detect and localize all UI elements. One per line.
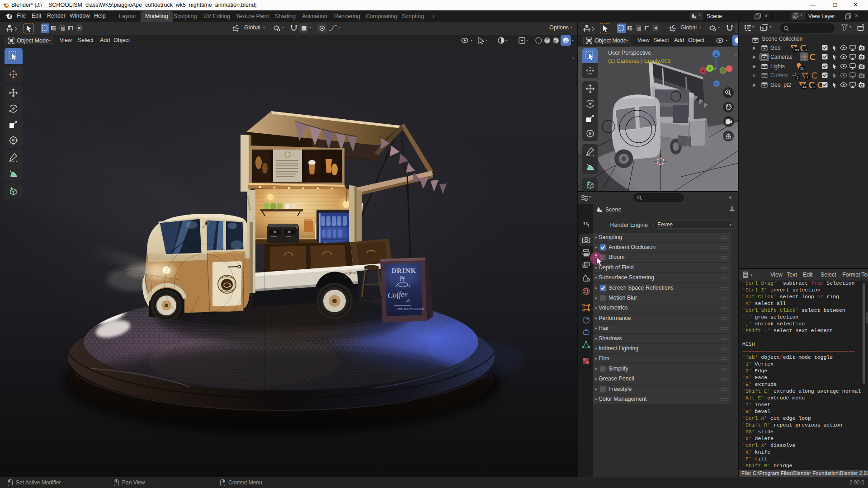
- svg-text:Z: Z: [715, 52, 717, 56]
- svg-text:de: de: [406, 298, 410, 303]
- svg-text:Y: Y: [708, 66, 711, 71]
- svg-text:X: X: [702, 69, 704, 73]
- svg-text:THE DAILY GRIND: THE DAILY GRIND: [397, 307, 424, 311]
- svg-text:DRINK: DRINK: [392, 267, 416, 274]
